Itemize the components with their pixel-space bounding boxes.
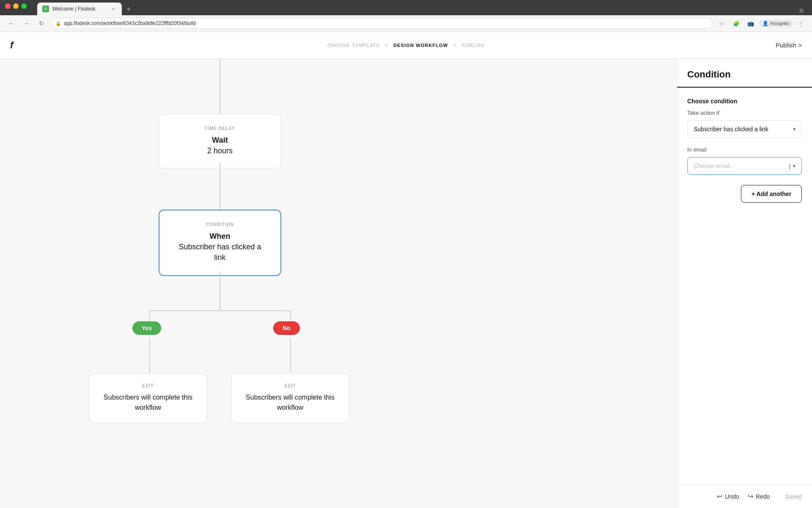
panel-title: Condition: [687, 69, 802, 87]
active-tab[interactable]: F Welcome | Flodesk ×: [37, 3, 122, 15]
step-arrow-2: >: [453, 42, 456, 48]
refresh-btn[interactable]: ↻: [36, 17, 47, 29]
cursor-icon: |: [789, 163, 790, 169]
browser-menu-btn[interactable]: ≡: [799, 6, 804, 15]
right-panel: Condition Choose condition Take action i…: [677, 59, 812, 508]
window-minimize-btn[interactable]: [13, 3, 19, 9]
address-bar[interactable]: 🔒 app.flodesk.com/workflow/6343c2ba9dfe2…: [51, 18, 713, 29]
app-header: f CHOOSE TEMPLATE > DESIGN WORKFLOW > PU…: [0, 32, 812, 59]
time-delay-node[interactable]: TIME DELAY Wait 2 hours: [159, 114, 281, 168]
take-action-chevron: ▾: [793, 126, 796, 132]
exit-left-text: Subscribers will complete this workflow: [101, 392, 195, 413]
take-action-dropdown[interactable]: Subscriber has clicked a link ▾: [687, 120, 802, 138]
account-icon: 👤: [763, 21, 768, 26]
tab-favicon: F: [42, 6, 49, 12]
time-delay-subtitle: 2 hours: [173, 146, 267, 156]
back-btn[interactable]: ←: [5, 17, 17, 29]
panel-body: Choose condition Take action if Subscrib…: [677, 88, 812, 484]
incognito-label: Incognito: [770, 21, 789, 26]
publish-button[interactable]: Publish >: [776, 41, 802, 49]
condition-subtitle: Subscriber has clicked a link: [173, 242, 267, 263]
redo-label: Redo: [756, 493, 770, 500]
add-another-button[interactable]: + Add another: [741, 185, 802, 203]
forward-btn[interactable]: →: [20, 17, 32, 29]
bottom-bar: ↩ Undo ↪ Redo Saved: [677, 484, 812, 508]
undo-icon: ↩: [717, 492, 722, 500]
redo-button[interactable]: ↪ Redo: [748, 492, 770, 500]
window-maximize-btn[interactable]: [21, 3, 27, 9]
tab-title: Welcome | Flodesk: [52, 6, 96, 12]
main-area: TIME DELAY Wait 2 hours CONDITION When S…: [0, 59, 812, 508]
email-chevron: ▾: [793, 163, 796, 169]
app-steps: CHOOSE TEMPLATE > DESIGN WORKFLOW > PUBL…: [327, 42, 485, 48]
window-close-btn[interactable]: [5, 3, 11, 9]
exit-left-node[interactable]: EXIT Subscribers will complete this work…: [89, 373, 207, 423]
bookmark-btn[interactable]: ☆: [716, 17, 728, 29]
in-email-label: In email: [687, 146, 802, 153]
undo-button[interactable]: ↩ Undo: [717, 492, 739, 500]
cast-btn[interactable]: 📺: [745, 17, 757, 29]
connector-2: [219, 272, 220, 310]
step-publish[interactable]: PUBLISH: [461, 43, 485, 48]
browser-options-btn[interactable]: ⋮: [795, 17, 807, 29]
url-text: app.flodesk.com/workflow/6343c2ba9dfe222…: [64, 20, 196, 26]
step-choose-template[interactable]: CHOOSE TEMPLATE: [327, 43, 380, 48]
connector-1: [219, 163, 220, 210]
condition-node[interactable]: CONDITION When Subscriber has clicked a …: [159, 210, 281, 276]
saved-status: Saved: [785, 493, 802, 500]
exit-left-label: EXIT: [101, 384, 195, 388]
workflow-canvas: TIME DELAY Wait 2 hours CONDITION When S…: [0, 59, 677, 508]
tab-close-btn[interactable]: ×: [110, 6, 117, 12]
connector-exit-left-v: [149, 338, 150, 372]
take-action-label: Take action if: [687, 110, 802, 116]
exit-right-node[interactable]: EXIT Subscribers will complete this work…: [231, 373, 349, 423]
undo-label: Undo: [725, 493, 739, 500]
connector-exit-right-v: [290, 338, 291, 372]
step-arrow-1: >: [385, 42, 388, 48]
extensions-btn[interactable]: 🧩: [730, 17, 742, 29]
incognito-badge[interactable]: 👤 Incognito: [759, 20, 793, 27]
step-design-workflow[interactable]: DESIGN WORKFLOW: [393, 43, 448, 48]
no-badge[interactable]: No: [273, 321, 300, 335]
choose-condition-title: Choose condition: [687, 98, 802, 105]
connector-h: [149, 310, 291, 311]
app-logo[interactable]: f: [10, 40, 13, 51]
time-delay-title: Wait: [173, 135, 267, 146]
lock-icon: 🔒: [55, 21, 61, 26]
time-delay-label: TIME DELAY: [173, 126, 267, 131]
top-connector: [219, 59, 220, 114]
email-dropdown[interactable]: Choose email... | ▾: [687, 157, 802, 175]
yes-badge[interactable]: Yes: [132, 321, 161, 335]
take-action-value: Subscriber has clicked a link: [694, 126, 768, 133]
new-tab-btn[interactable]: +: [123, 3, 134, 15]
condition-label: CONDITION: [173, 222, 267, 227]
exit-right-text: Subscribers will complete this workflow: [243, 392, 337, 413]
condition-title: When: [173, 231, 267, 242]
exit-right-label: EXIT: [243, 384, 337, 388]
email-placeholder: Choose email...: [694, 163, 735, 169]
redo-icon: ↪: [748, 492, 753, 500]
panel-header: Condition: [677, 59, 812, 88]
